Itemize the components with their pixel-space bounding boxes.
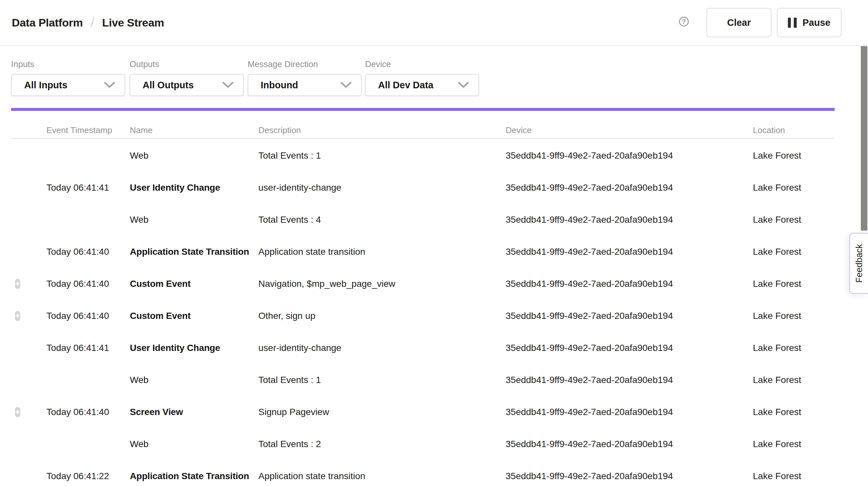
event-name: Custom Event [130,311,258,321]
event-name: Custom Event [130,279,258,289]
event-name: Web [130,215,258,225]
event-location: Lake Forest [753,439,835,449]
event-description: Application state transition [258,247,506,257]
event-description: Total Events : 2 [258,439,506,449]
breadcrumb: Data Platform / Live Stream [12,0,164,45]
vertical-scrollbar-thumb[interactable] [861,46,867,231]
chevron-down-icon [340,82,352,89]
event-device-id: 35eddb41-9ff9-49e2-7aed-20afa90eb194 [506,215,753,225]
feedback-tab-label: Feedback [854,244,864,283]
column-header-name: Name [130,125,258,135]
filter-selected-value: All Inputs [24,80,67,91]
event-timestamp: Today 06:41:40 [46,247,130,257]
filter-label: Inputs [11,59,125,69]
expand-row-icon[interactable]: + [15,407,20,417]
event-timestamp: Today 06:41:22 [46,471,130,481]
table-row[interactable]: + Today 06:41:22 Application State Trans… [11,460,835,486]
event-location: Lake Forest [753,247,835,257]
filter-dropdown[interactable]: All Dev Data [365,74,479,96]
chevron-down-icon [104,82,116,89]
event-description: Total Events : 1 [258,150,506,161]
filter-label: Message Direction [248,59,362,69]
expand-row-icon[interactable]: + [15,279,20,289]
event-description: Signup Pageview [258,407,506,417]
top-bar: Data Platform / Live Stream ? Clear Paus… [0,0,868,46]
filter-selected-value: All Dev Data [378,80,433,91]
event-description: Navigation, $mp_web_page_view [258,279,506,289]
filter-group-device: Device All Dev Data [365,59,479,96]
filter-group-outputs: Outputs All Outputs [129,59,244,96]
event-name: User Identity Change [130,182,258,193]
chevron-down-icon [458,82,469,89]
event-device-id: 35eddb41-9ff9-49e2-7aed-20afa90eb194 [506,150,753,161]
help-icon[interactable]: ? [679,17,689,27]
filter-selected-value: Inbound [261,80,298,91]
event-table: + Web Total Events : 1 35eddb41-9ff9-49e… [11,140,835,486]
chevron-down-icon [222,82,234,89]
event-description: user-identity-change [258,182,506,193]
event-description: Other, sign up [258,311,506,321]
event-description: Application state transition [258,471,506,481]
event-location: Lake Forest [753,182,835,193]
table-row[interactable]: + Today 06:41:41 User Identity Change us… [11,172,835,204]
event-timestamp: Today 06:41:40 [46,311,130,321]
pause-button-label: Pause [803,17,830,28]
filter-dropdown[interactable]: Inbound [248,74,362,96]
event-timestamp: Today 06:41:41 [46,182,130,193]
event-location: Lake Forest [753,471,835,481]
live-stream-activity-bar [11,108,835,111]
event-description: Total Events : 4 [258,215,506,225]
event-timestamp: Today 06:41:41 [46,343,130,353]
event-location: Lake Forest [753,215,835,225]
table-row[interactable]: + Today 06:41:40 Application State Trans… [11,236,835,268]
page-title: Live Stream [102,17,164,29]
event-description: Total Events : 1 [258,375,506,385]
event-device-id: 35eddb41-9ff9-49e2-7aed-20afa90eb194 [506,182,753,193]
event-description: user-identity-change [258,343,506,353]
event-device-id: 35eddb41-9ff9-49e2-7aed-20afa90eb194 [506,439,753,449]
event-location: Lake Forest [753,407,835,417]
breadcrumb-separator: / [91,16,94,30]
filter-group-inputs: Inputs All Inputs [11,59,125,96]
table-header: Event TimestampNameDescriptionDeviceLoca… [11,122,835,139]
table-row[interactable]: + Today 06:41:41 User Identity Change us… [11,332,835,364]
table-row[interactable]: + Web Total Events : 1 35eddb41-9ff9-49e… [11,364,835,396]
filter-dropdown[interactable]: All Inputs [11,74,125,96]
event-device-id: 35eddb41-9ff9-49e2-7aed-20afa90eb194 [506,279,753,289]
event-name: Web [130,375,258,385]
filter-label: Device [365,59,479,69]
event-timestamp: Today 06:41:40 [46,407,130,417]
event-location: Lake Forest [753,150,835,161]
event-device-id: 35eddb41-9ff9-49e2-7aed-20afa90eb194 [506,247,753,257]
event-device-id: 35eddb41-9ff9-49e2-7aed-20afa90eb194 [506,471,753,481]
clear-button[interactable]: Clear [707,8,772,37]
event-name: Application State Transition [130,247,258,257]
event-device-id: 35eddb41-9ff9-49e2-7aed-20afa90eb194 [506,375,753,385]
clear-button-label: Clear [727,17,751,28]
filter-label: Outputs [129,59,244,69]
event-location: Lake Forest [753,311,835,321]
event-name: User Identity Change [130,343,258,353]
filter-dropdown[interactable]: All Outputs [129,74,244,96]
table-row[interactable]: + Today 06:41:40 Custom Event Navigation… [11,268,835,300]
column-header-location: Location [753,125,835,135]
table-row[interactable]: + Web Total Events : 2 35eddb41-9ff9-49e… [11,428,835,460]
table-row[interactable]: + Web Total Events : 4 35eddb41-9ff9-49e… [11,204,835,236]
event-name: Application State Transition [130,471,258,481]
event-location: Lake Forest [753,343,835,353]
table-row[interactable]: + Today 06:41:40 Custom Event Other, sig… [11,300,835,332]
event-location: Lake Forest [753,375,835,385]
pause-button[interactable]: Pause [777,8,841,37]
event-location: Lake Forest [753,279,835,289]
feedback-tab[interactable]: Feedback [849,233,868,294]
column-header-description: Description [258,125,506,135]
expand-row-icon[interactable]: + [15,311,20,321]
column-header-event-timestamp: Event Timestamp [46,125,130,135]
event-name: Web [130,439,258,449]
breadcrumb-data-platform[interactable]: Data Platform [12,17,83,29]
event-timestamp: Today 06:41:40 [46,279,130,289]
table-row[interactable]: + Today 06:41:40 Screen View Signup Page… [11,396,835,428]
table-row[interactable]: + Web Total Events : 1 35eddb41-9ff9-49e… [11,140,835,172]
column-header-device: Device [506,125,753,135]
event-device-id: 35eddb41-9ff9-49e2-7aed-20afa90eb194 [506,343,753,353]
